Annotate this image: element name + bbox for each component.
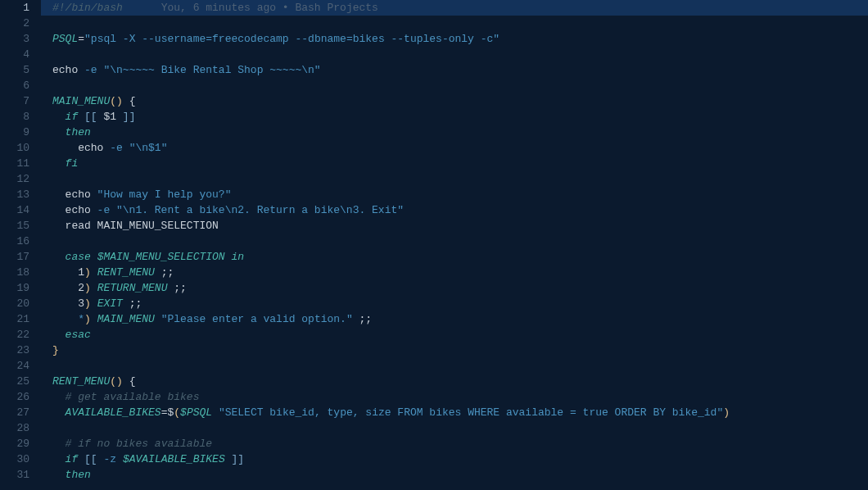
code-editor[interactable]: #!/bin/bash You, 6 minutes ago • Bash Pr… [41, 0, 868, 490]
code-line[interactable] [52, 420, 868, 436]
token: then [66, 126, 91, 138]
code-line[interactable]: echo "How may I help you?" [52, 187, 868, 202]
token: #!/bin/bash [52, 2, 123, 14]
line-number: 2 [0, 16, 29, 31]
line-number: 22 [0, 327, 29, 343]
code-line[interactable]: # get available bikes [52, 389, 868, 405]
token: 1 [52, 266, 84, 279]
token: MAIN_MENU [97, 313, 155, 325]
code-line[interactable]: #!/bin/bash You, 6 minutes ago • Bash Pr… [41, 0, 868, 16]
code-line[interactable] [52, 171, 868, 187]
token [52, 453, 66, 465]
token: } [52, 344, 59, 356]
token: ;; [123, 297, 142, 310]
code-line[interactable]: 3) EXIT ;; [52, 296, 868, 311]
token [91, 282, 97, 294]
token: "\n~~~~~ Bike Rental Shop ~~~~~\n" [103, 64, 320, 76]
token: * [78, 313, 84, 325]
token [78, 111, 84, 123]
token: RENT_MENU [97, 266, 155, 279]
token: $1 [97, 111, 123, 123]
code-line[interactable]: # if no bikes available [52, 436, 868, 451]
code-line[interactable]: } [52, 343, 868, 358]
token [225, 453, 232, 465]
token [52, 329, 66, 341]
token: 3 [52, 297, 84, 310]
token: esac [66, 329, 91, 341]
token: ) [84, 266, 91, 279]
code-line[interactable]: if [[ $1 ]] [52, 109, 868, 125]
token: RENT_MENU [52, 375, 110, 388]
code-line[interactable] [52, 78, 868, 93]
line-number: 15 [0, 218, 29, 234]
token [116, 453, 123, 465]
code-line[interactable]: case $MAIN_MENU_SELECTION in [52, 249, 868, 265]
token: MAIN_MENU [52, 95, 110, 107]
code-line[interactable] [52, 358, 868, 374]
code-line[interactable]: MAIN_MENU() { [52, 93, 868, 109]
token: echo [52, 204, 97, 216]
line-number: 19 [0, 280, 29, 296]
token [52, 313, 78, 325]
token: RETURN_MENU [97, 282, 168, 294]
token [155, 313, 161, 325]
line-number: 23 [0, 343, 29, 358]
code-line[interactable]: PSQL="psql -X --username=freecodecamp --… [52, 31, 868, 47]
token: ]] [232, 453, 245, 465]
token [52, 251, 66, 263]
code-line[interactable]: 2) RETURN_MENU ;; [52, 280, 868, 296]
code-line[interactable] [52, 16, 868, 31]
token [52, 391, 66, 403]
code-line[interactable]: 1) RENT_MENU ;; [52, 265, 868, 280]
code-line[interactable]: fi [52, 156, 868, 171]
token [91, 251, 97, 263]
token: fi [66, 157, 79, 170]
token: ( [174, 406, 180, 419]
line-number: 28 [0, 420, 29, 436]
line-number: 7 [0, 93, 29, 109]
token [91, 266, 97, 279]
line-number-gutter: 1234567891011121314151617181920212223242… [0, 0, 41, 490]
code-line[interactable]: RENT_MENU() { [52, 374, 868, 389]
token: = [78, 33, 84, 45]
line-number: 18 [0, 265, 29, 280]
code-line[interactable]: then [52, 467, 868, 483]
token: { [123, 95, 136, 107]
code-line[interactable]: echo -e "\n$1" [52, 140, 868, 156]
line-number: 26 [0, 389, 29, 405]
code-line[interactable] [52, 234, 868, 249]
token: ;; [167, 282, 186, 294]
line-number: 14 [0, 202, 29, 218]
code-line[interactable]: read MAIN_MENU_SELECTION [52, 218, 868, 234]
line-number: 3 [0, 31, 29, 47]
token [212, 406, 219, 419]
token: echo [52, 142, 110, 154]
line-number: 29 [0, 436, 29, 451]
token: AVAILABLE_BIKES [66, 406, 161, 419]
code-line[interactable]: *) MAIN_MENU "Please enter a valid optio… [52, 311, 868, 327]
line-number: 12 [0, 171, 29, 187]
line-number: 9 [0, 125, 29, 140]
token: You, 6 minutes ago • Bash Projects [161, 2, 378, 14]
token: -e [97, 204, 116, 216]
token [52, 406, 66, 419]
token: $PSQL [180, 406, 212, 419]
token: EXIT [97, 297, 123, 310]
token [123, 2, 161, 14]
code-line[interactable] [52, 47, 868, 62]
code-line[interactable]: AVAILABLE_BIKES=$($PSQL "SELECT bike_id,… [52, 405, 868, 420]
code-line[interactable]: esac [52, 327, 868, 343]
line-number: 17 [0, 249, 29, 265]
token: # get available bikes [66, 391, 200, 403]
token: in [231, 251, 244, 263]
code-line[interactable]: echo -e "\n1. Rent a bike\n2. Return a b… [52, 202, 868, 218]
line-number: 16 [0, 234, 29, 249]
code-line[interactable]: if [[ -z $AVAILABLE_BIKES ]] [52, 451, 868, 467]
code-line[interactable]: echo -e "\n~~~~~ Bike Rental Shop ~~~~~\… [52, 62, 868, 78]
line-number: 31 [0, 467, 29, 483]
token [52, 157, 66, 170]
code-line[interactable]: then [52, 125, 868, 140]
token: () [110, 375, 123, 388]
token: -e [110, 142, 129, 154]
token [91, 313, 97, 325]
